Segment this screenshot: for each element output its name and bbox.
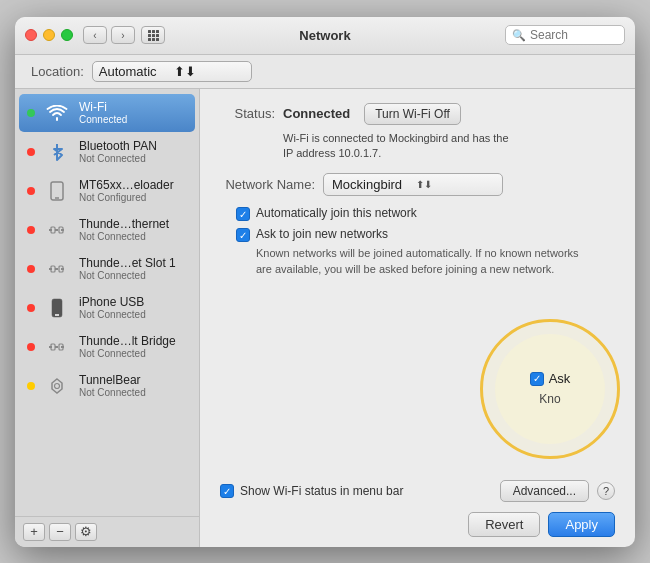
revert-button[interactable]: Revert [468,512,540,537]
sidebar-item-info-iphoneusb: iPhone USB Not Connected [79,295,187,320]
status-dot-mt65 [27,187,35,195]
search-box[interactable]: 🔍 [505,25,625,45]
sidebar-item-thunderslot[interactable]: Thunde…et Slot 1 Not Connected [19,250,195,288]
sidebar-item-name-tunnelbear: TunnelBear [79,373,187,387]
status-dot-bluetooth [27,148,35,156]
location-label: Location: [31,64,84,79]
auto-join-row: ✓ Automatically join this network [236,206,615,221]
nav-buttons: ‹ › [83,26,135,44]
sidebar-item-iphoneusb[interactable]: iPhone USB Not Connected [19,289,195,327]
advanced-button[interactable]: Advanced... [500,480,589,502]
sidebar-item-name-wifi: Wi-Fi [79,100,187,114]
sidebar-item-bluetooth[interactable]: Bluetooth PAN Not Connected [19,133,195,171]
auto-join-checkbox[interactable]: ✓ [236,207,250,221]
status-dot-thundernet [27,226,35,234]
sidebar-item-name-iphoneusb: iPhone USB [79,295,187,309]
sidebar-item-info-mt65: MT65xx…eloader Not Configured [79,178,187,203]
status-value: Connected [283,106,350,121]
back-button[interactable]: ‹ [83,26,107,44]
network-name-select[interactable]: Mockingbird ⬆⬇ [323,173,503,196]
show-wifi-checkbox[interactable]: ✓ [220,484,234,498]
sidebar-item-status-iphoneusb: Not Connected [79,309,187,320]
status-dot-thunderslot [27,265,35,273]
ask-join-description: Known networks will be joined automatica… [256,246,596,277]
sidebar-item-tunnelbear[interactable]: TunnelBear Not Connected [19,367,195,405]
sidebar-item-thunderbridge[interactable]: Thunde…lt Bridge Not Connected [19,328,195,366]
status-dot-wifi [27,109,35,117]
sidebar: Wi-Fi Connected Bluetooth PAN Not Connec [15,89,200,547]
sidebar-list: Wi-Fi Connected Bluetooth PAN Not Connec [15,93,199,516]
status-dot-tunnelbear [27,382,35,390]
thunderbridge-icon [43,333,71,361]
checkmark-icon-2: ✓ [239,230,247,241]
spotlight-checkbox-row: ✓ Ask [530,371,571,386]
main-content: Wi-Fi Connected Bluetooth PAN Not Connec [15,89,635,547]
spotlight-inner: ✓ Ask Kno [495,334,605,444]
sidebar-toolbar: + − ⚙ [15,516,199,547]
status-dot-iphoneusb [27,304,35,312]
spotlight-checkbox: ✓ [530,372,544,386]
turn-wifi-off-button[interactable]: Turn Wi-Fi Off [364,103,461,125]
titlebar: ‹ › Network 🔍 [15,17,635,55]
bluetooth-icon [43,138,71,166]
network-window: ‹ › Network 🔍 Location: Automatic ⬆⬇ [15,17,635,547]
ask-join-checkbox[interactable]: ✓ [236,228,250,242]
sidebar-item-info-thunderbridge: Thunde…lt Bridge Not Connected [79,334,187,359]
checkmark-icon-3: ✓ [223,486,231,497]
wifi-icon [43,99,71,127]
spotlight-overlay: ✓ Ask Kno [480,319,620,459]
sidebar-item-status-tunnelbear: Not Connected [79,387,187,398]
minimize-button[interactable] [43,29,55,41]
sidebar-item-name-mt65: MT65xx…eloader [79,178,187,192]
thunderslot-icon [43,255,71,283]
sidebar-item-thundernet[interactable]: Thunde…thernet Not Connected [19,211,195,249]
location-bar: Location: Automatic ⬆⬇ [15,55,635,89]
show-wifi-row: ✓ Show Wi-Fi status in menu bar [220,483,403,498]
sidebar-item-info-thunderslot: Thunde…et Slot 1 Not Connected [79,256,187,281]
checkboxes-area: ✓ Automatically join this network ✓ Ask … [236,206,615,277]
ethernet-icon [43,216,71,244]
spotlight-ask-label: Ask [549,371,571,386]
ask-join-label: Ask to join new networks [256,227,388,241]
sidebar-item-info-thundernet: Thunde…thernet Not Connected [79,217,187,242]
sidebar-item-mt65[interactable]: MT65xx…eloader Not Configured [19,172,195,210]
location-select[interactable]: Automatic ⬆⬇ [92,61,252,82]
network-name-label: Network Name: [220,177,315,192]
spotlight-sub-label: Kno [539,392,560,406]
remove-network-button[interactable]: − [49,523,71,541]
search-input[interactable] [530,28,620,42]
action-buttons: Revert Apply [220,512,615,537]
status-dot-thunderbridge [27,343,35,351]
sidebar-item-name-bluetooth: Bluetooth PAN [79,139,187,153]
sidebar-item-wifi[interactable]: Wi-Fi Connected [19,94,195,132]
forward-button[interactable]: › [111,26,135,44]
location-value: Automatic [99,64,170,79]
sidebar-item-info-tunnelbear: TunnelBear Not Connected [79,373,187,398]
iphone-icon [43,294,71,322]
sidebar-item-status-bluetooth: Not Connected [79,153,187,164]
apply-button[interactable]: Apply [548,512,615,537]
maximize-button[interactable] [61,29,73,41]
grid-button[interactable] [141,26,165,44]
checkmark-icon: ✓ [239,209,247,220]
gear-button[interactable]: ⚙ [75,523,97,541]
chevron-icon: ⬆⬇ [174,64,245,79]
add-network-button[interactable]: + [23,523,45,541]
sidebar-item-name-thundernet: Thunde…thernet [79,217,187,231]
close-button[interactable] [25,29,37,41]
sidebar-item-name-thunderslot: Thunde…et Slot 1 [79,256,187,270]
network-name-chevron: ⬆⬇ [416,179,494,190]
sidebar-item-info-bluetooth: Bluetooth PAN Not Connected [79,139,187,164]
svg-point-10 [55,383,60,388]
traffic-lights [25,29,73,41]
vpn-icon [43,372,71,400]
network-name-row: Network Name: Mockingbird ⬆⬇ [220,173,615,196]
panel: Status: Connected Turn Wi-Fi Off Wi-Fi i… [200,89,635,547]
sidebar-item-name-thunderbridge: Thunde…lt Bridge [79,334,187,348]
panel-bottom: ✓ Show Wi-Fi status in menu bar Advanced… [220,480,615,502]
status-description: Wi-Fi is connected to Mockingbird and ha… [283,131,615,162]
sidebar-item-status-wifi: Connected [79,114,187,125]
show-wifi-label: Show Wi-Fi status in menu bar [240,484,403,498]
phone-icon [43,177,71,205]
help-button[interactable]: ? [597,482,615,500]
